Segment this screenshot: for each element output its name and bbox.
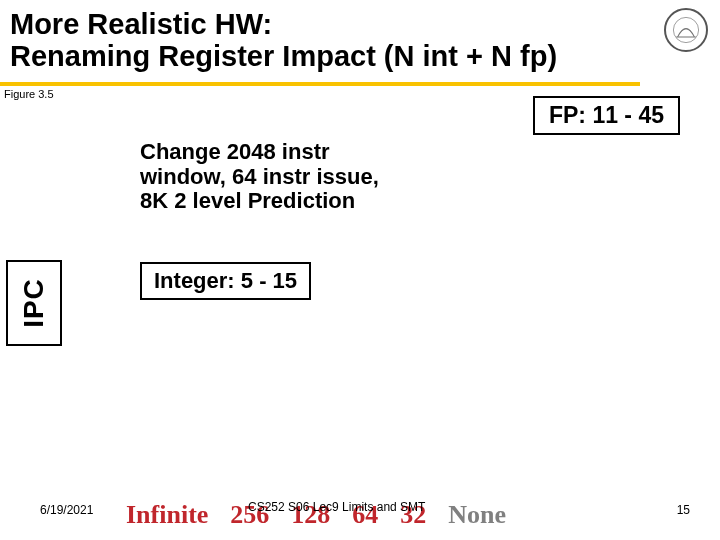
slide-title: More Realistic HW: Renaming Register Imp…	[10, 8, 557, 73]
y-axis-label-box: IPC	[6, 260, 62, 346]
x-cat-infinite: Infinite	[120, 500, 214, 530]
title-underline	[0, 82, 640, 86]
integer-range-box: Integer: 5 - 15	[140, 262, 311, 300]
seal-graphic-icon	[672, 16, 700, 44]
footer-course: CS252 S06 Lec9 Limits and SMT	[248, 500, 425, 514]
footer-date: 6/19/2021	[40, 503, 93, 517]
title-line-1: More Realistic HW:	[10, 8, 272, 40]
seal-icon	[664, 8, 708, 52]
slide: More Realistic HW: Renaming Register Imp…	[0, 0, 720, 540]
x-cat-none: None	[442, 500, 512, 530]
y-axis-label: IPC	[18, 278, 50, 328]
title-line-2: Renaming Register Impact (N int + N fp)	[10, 40, 557, 72]
svg-point-0	[673, 17, 698, 42]
footer-page-number: 15	[677, 503, 690, 517]
fp-range-box: FP: 11 - 45	[533, 96, 680, 135]
change-description: Change 2048 instr window, 64 instr issue…	[140, 140, 380, 214]
figure-caption: Figure 3.5	[4, 88, 54, 100]
